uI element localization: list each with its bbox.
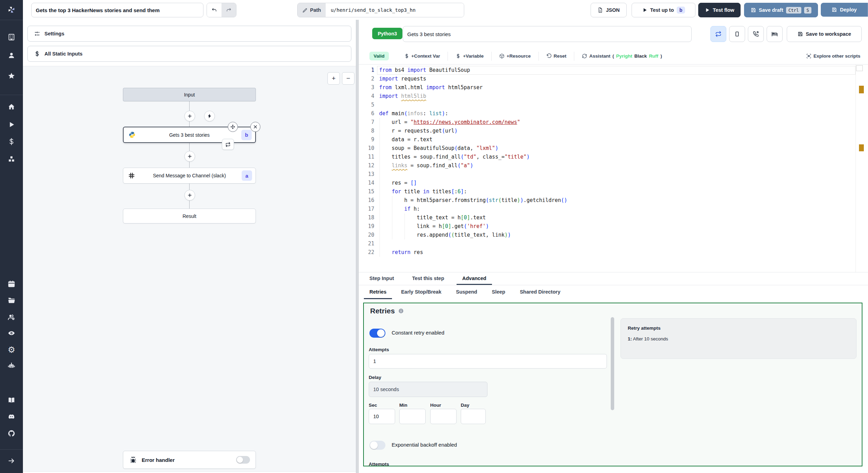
plus-icon [187, 113, 192, 119]
assistant-button[interactable]: Assistant (PyrightBlackRuff) [582, 53, 662, 59]
subtab-shared-directory[interactable]: Shared Directory [514, 285, 566, 299]
subtab-suspend[interactable]: Suspend [450, 285, 483, 299]
code-line[interactable]: links = soup.find_all("a") [379, 161, 473, 170]
move-node-button[interactable] [228, 122, 238, 132]
play-icon[interactable] [0, 119, 23, 130]
explore-other-scripts-button[interactable]: Explore other scripts [806, 53, 860, 59]
settings-gear-icon[interactable]: ⚙ [0, 345, 23, 355]
code-line[interactable]: title_text = h[0].text [379, 213, 486, 222]
hour-input[interactable] [430, 409, 457, 424]
cache-button[interactable] [729, 26, 745, 42]
add-step-button[interactable] [184, 190, 195, 201]
test-up-to-button[interactable]: Test up to b [632, 3, 695, 17]
code-line[interactable]: from bs4 import BeautifulSoup [379, 66, 470, 75]
error-handler-node[interactable]: Error handler [123, 451, 256, 469]
code-line[interactable]: r = requests.get(url) [379, 127, 458, 135]
day-input[interactable] [461, 409, 486, 424]
code-line[interactable]: res.append((title_text, link)) [379, 231, 511, 239]
path-edit-button[interactable]: Path [298, 3, 326, 17]
delete-node-button[interactable] [250, 122, 260, 132]
subtab-early-stop-break[interactable]: Early Stop/Break [395, 285, 447, 299]
exponential-backoff-toggle[interactable] [369, 441, 385, 450]
add-variable-button[interactable]: +Variable [456, 53, 484, 59]
discord-icon[interactable] [0, 412, 23, 422]
flow-node-result[interactable]: Result [123, 209, 256, 223]
boxes-icon[interactable] [0, 154, 23, 164]
error-handler-toggle[interactable] [236, 456, 250, 464]
folder-open-icon[interactable] [0, 295, 23, 306]
add-resource-button[interactable]: +Resource [499, 53, 531, 59]
step-title-input[interactable]: Gets 3 best stories [403, 26, 692, 42]
home-icon[interactable] [0, 102, 23, 112]
code-line[interactable]: def main(infos: list): [379, 109, 448, 118]
star-icon[interactable] [0, 71, 23, 81]
code-editor[interactable]: 1from bs4 import BeautifulSoup2import re… [363, 66, 856, 272]
add-context-var-button[interactable]: +Context Var [404, 53, 440, 59]
code-line[interactable]: titles = soup.find_all("td", class_="tit… [379, 153, 530, 161]
scrollbar-slider[interactable] [856, 65, 863, 71]
tab-step-input[interactable]: Step Input [364, 272, 400, 285]
code-line[interactable]: res = [] [379, 179, 417, 187]
line-number: 11 [363, 153, 374, 161]
calendar-icon[interactable] [0, 279, 23, 289]
tab-test-this-step[interactable]: Test this step [407, 272, 450, 285]
code-line[interactable]: import requests [379, 75, 426, 83]
code-line[interactable]: soup = BeautifulSoup(data, "lxml") [379, 144, 498, 153]
suspend-button[interactable] [748, 26, 764, 42]
arrow-right-icon[interactable] [0, 456, 23, 466]
code-line[interactable]: from lxml.html import html5parser [379, 83, 483, 92]
flow-settings-row[interactable]: Settings [27, 26, 351, 42]
sleep-button[interactable] [767, 26, 783, 42]
flow-title-input[interactable]: Gets the top 3 HackerNews stories and se… [31, 3, 203, 17]
users-cog-icon[interactable] [0, 312, 23, 322]
code-line[interactable]: if h: [379, 205, 420, 213]
code-line[interactable]: data = r.text [379, 135, 433, 144]
user-icon[interactable] [0, 50, 23, 61]
save-draft-button[interactable]: Save draft Ctrl S [744, 3, 818, 17]
subtab-sleep[interactable]: Sleep [486, 285, 511, 299]
code-line[interactable]: for title in titles[:6]: [379, 187, 467, 196]
flow-node-input[interactable]: Input [123, 88, 256, 101]
plus-icon [187, 154, 192, 159]
json-button[interactable]: JSON [591, 3, 627, 17]
windmill-logo-icon[interactable] [0, 5, 23, 15]
code-line[interactable]: return res [379, 248, 423, 257]
loop-toggle-button[interactable] [710, 26, 726, 42]
retries-scrollbar[interactable] [611, 317, 614, 410]
redo-button[interactable] [222, 3, 236, 17]
zoom-out-button[interactable]: − [342, 72, 354, 85]
panel-resize-handle[interactable] [356, 20, 359, 473]
path-value[interactable]: u/henri/send_to_slack_top3_hn [326, 3, 464, 17]
zoom-in-button[interactable]: + [327, 72, 340, 85]
min-input[interactable] [399, 409, 426, 424]
loop-node-button[interactable] [222, 139, 234, 150]
flow-static-inputs-row[interactable]: All Static Inputs [27, 46, 351, 62]
dollar-icon[interactable] [0, 136, 23, 147]
flow-canvas[interactable]: + − Input Gets 3 best stories b [23, 66, 356, 472]
reset-button[interactable]: Reset [546, 53, 567, 59]
add-trigger-button[interactable] [204, 111, 215, 121]
bot-icon[interactable] [0, 361, 23, 371]
code-line[interactable]: h = html5parser.fromstring(str(title)).g… [379, 196, 567, 205]
subtab-retries[interactable]: Retries [364, 285, 392, 299]
line-number: 15 [363, 187, 374, 196]
save-to-workspace-button[interactable]: Save to workspace [787, 26, 862, 42]
deploy-button[interactable]: Deploy [821, 3, 868, 17]
add-step-button[interactable] [184, 151, 195, 162]
sec-input[interactable]: 10 [369, 409, 395, 424]
attempts-input[interactable]: 1 [369, 354, 607, 369]
eye-icon[interactable] [0, 328, 23, 338]
constant-retry-toggle[interactable] [369, 329, 385, 338]
code-line[interactable]: url = "https://news.ycombinator.com/news… [379, 118, 520, 127]
code-line[interactable]: link = h[0].get('href') [379, 222, 489, 231]
undo-button[interactable] [207, 3, 222, 17]
test-flow-button[interactable]: Test flow [698, 3, 741, 17]
add-step-button[interactable] [184, 111, 195, 121]
code-line[interactable]: import html5lib [379, 92, 426, 101]
info-icon[interactable] [398, 308, 404, 314]
tab-advanced[interactable]: Advanced [457, 272, 492, 285]
flow-node-step-a[interactable]: Send Message to Channel (slack) a [123, 168, 256, 184]
book-open-icon[interactable] [0, 395, 23, 405]
buildings-icon[interactable] [0, 32, 23, 42]
github-icon[interactable] [0, 428, 23, 439]
